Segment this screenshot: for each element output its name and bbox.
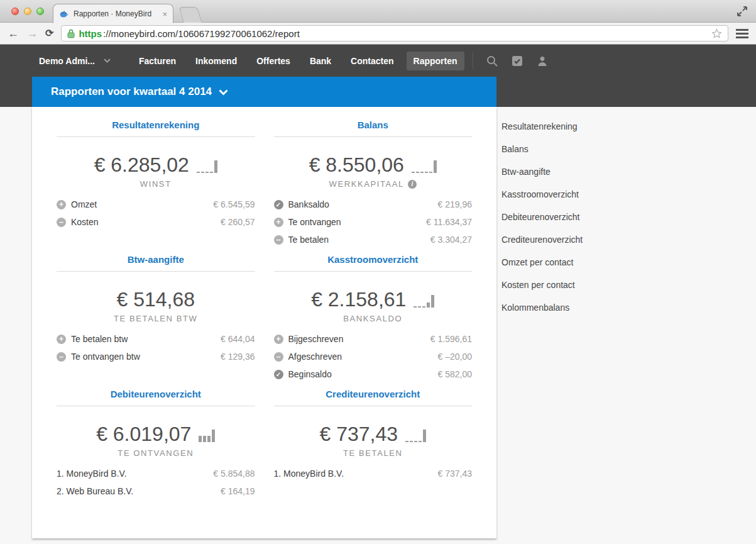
row-label: Te ontvangen: [288, 217, 341, 227]
row-label: Omzet: [71, 199, 97, 209]
sidebar-item-crediteurenoverzicht[interactable]: Crediteurenoverzicht: [501, 228, 583, 251]
report-kasstroomoverzicht: Kasstroomoverzicht € 2.158,61 BANKSALDO …: [274, 254, 473, 389]
row-label: Te betalen btw: [71, 334, 128, 344]
row-label: Kosten: [71, 217, 99, 227]
plus-icon: +: [57, 335, 66, 344]
chrome-menu-icon[interactable]: [736, 29, 748, 38]
tab-close-icon[interactable]: ×: [162, 10, 167, 18]
nav-item-inkomend[interactable]: Inkomend: [189, 52, 244, 70]
report-amount: € 6.285,02: [94, 155, 189, 175]
sidebar-item-kosten-per-contact[interactable]: Kosten per contact: [501, 274, 583, 296]
report-title-link[interactable]: Kasstroomoverzicht: [327, 254, 418, 265]
report-title-link[interactable]: Debiteurenoverzicht: [111, 389, 201, 399]
row-value: € 11.634,37: [426, 217, 472, 227]
nav-item-facturen[interactable]: Facturen: [132, 52, 183, 70]
plus-icon: +: [57, 200, 66, 209]
chevron-down-icon: [104, 58, 111, 63]
reload-button[interactable]: ⟳: [45, 28, 53, 38]
report-row: – Te ontvangen btw € 129,36: [57, 348, 255, 365]
report-amount: € 737,43: [319, 424, 398, 444]
report-row: ✓ Banksaldo € 219,96: [274, 196, 473, 213]
report-title-link[interactable]: Btw-aangifte: [128, 254, 184, 265]
reports-card: Resultatenrekening € 6.285,02 WINST + Om…: [32, 107, 496, 538]
row-label: Afgeschreven: [288, 352, 342, 362]
sidebar-item-omzet-per-contact[interactable]: Omzet per contact: [501, 251, 583, 274]
plus-icon: +: [274, 335, 283, 344]
report-row: – Afgeschreven € –20,00: [274, 348, 473, 365]
nav-item-contacten[interactable]: Contacten: [344, 52, 400, 70]
report-page: Resultatenrekening € 6.285,02 WINST + Om…: [0, 107, 756, 538]
sparkline-chart-icon: [199, 430, 215, 444]
row-value: € 737,43: [438, 469, 473, 479]
row-value: € 260,57: [221, 217, 255, 227]
user-icon[interactable]: [537, 55, 548, 67]
report-amount: € 514,68: [116, 289, 195, 309]
report-resultatenrekening: Resultatenrekening € 6.285,02 WINST + Om…: [57, 119, 255, 254]
url-path: ://moneybird.com/106067199270061062/repo…: [103, 28, 300, 39]
row-value: € 5.854,88: [213, 469, 255, 479]
back-button[interactable]: ←: [8, 28, 19, 39]
nav-item-bank[interactable]: Bank: [303, 52, 338, 70]
report-caption: TE ONTVANGEN: [118, 448, 194, 458]
address-bar[interactable]: https://moneybird.com/106067199270061062…: [61, 25, 728, 42]
minus-icon: –: [274, 352, 283, 362]
new-tab-button[interactable]: [178, 7, 202, 23]
report-row: – Kosten € 260,57: [57, 213, 255, 231]
divider: [274, 136, 473, 137]
bookmark-star-icon[interactable]: [711, 28, 722, 39]
minus-icon: –: [57, 352, 66, 362]
row-value: € 219,96: [438, 199, 473, 209]
info-icon[interactable]: i: [408, 180, 417, 189]
forward-button[interactable]: →: [26, 28, 38, 39]
plus-icon: +: [274, 218, 283, 227]
sparkline-chart-icon: [412, 160, 437, 175]
row-value: € 3.304,27: [430, 235, 472, 245]
close-window-button[interactable]: [11, 8, 19, 15]
nav-item-offertes[interactable]: Offertes: [249, 52, 297, 70]
report-crediteurenoverzicht: Crediteurenoverzicht € 737,43 TE BETALEN…: [274, 389, 473, 523]
row-label: 2. Web Bureau B.V.: [57, 486, 133, 496]
app-navbar: Demo Admi... Facturen Inkomend Offertes …: [0, 45, 756, 77]
report-amount: € 8.550,06: [309, 155, 404, 175]
report-row: ✓ Beginsaldo € 582,00: [274, 365, 473, 383]
app-header: Demo Admi... Facturen Inkomend Offertes …: [0, 45, 756, 107]
fullscreen-expand-icon[interactable]: [736, 5, 748, 18]
chevron-down-icon: [219, 89, 228, 96]
sidebar-item-kasstroomoverzicht[interactable]: Kasstroomoverzicht: [501, 183, 583, 206]
sparkline-chart-icon: [405, 430, 426, 444]
divider: [57, 406, 255, 406]
row-label: Te betalen: [288, 235, 329, 245]
tasks-check-icon[interactable]: [512, 55, 523, 67]
report-row: 1. MoneyBird B.V. € 5.854,88: [57, 465, 255, 482]
sidebar-item-kolommenbalans[interactable]: Kolommenbalans: [501, 296, 583, 319]
check-icon: ✓: [274, 370, 283, 379]
report-debiteurenoverzicht: Debiteurenoverzicht € 6.019,07 TE ONTVAN…: [57, 389, 255, 523]
zoom-window-button[interactable]: [36, 8, 44, 15]
minimize-window-button[interactable]: [24, 8, 31, 15]
report-title-link[interactable]: Balans: [358, 119, 388, 130]
report-row: 2. Web Bureau B.V. € 164,19: [57, 482, 255, 500]
sidebar-item-btw-aangifte[interactable]: Btw-aangifte: [501, 160, 583, 183]
period-selector[interactable]: Rapporten voor kwartaal 4 2014: [32, 77, 496, 107]
report-title-link[interactable]: Crediteurenoverzicht: [326, 389, 420, 399]
nav-item-rapporten[interactable]: Rapporten: [407, 52, 464, 70]
row-value: € 1.596,61: [430, 334, 472, 344]
browser-urlbar: ← → ⟳ https://moneybird.com/106067199270…: [0, 23, 756, 45]
account-name: Demo Admi...: [39, 56, 95, 66]
report-row: + Omzet € 6.545,59: [57, 196, 255, 213]
search-icon[interactable]: [486, 55, 498, 67]
divider: [274, 406, 473, 406]
url-scheme: https: [79, 28, 102, 39]
report-title-link[interactable]: Resultatenrekening: [112, 119, 199, 130]
moneybird-favicon-icon: [59, 9, 69, 19]
report-caption: WINST: [140, 179, 172, 189]
account-switcher[interactable]: Demo Admi...: [39, 56, 111, 66]
browser-tab[interactable]: Rapporten · MoneyBird ×: [53, 4, 173, 23]
sidebar-item-resultatenrekening[interactable]: Resultatenrekening: [501, 115, 583, 138]
sidebar-item-balans[interactable]: Balans: [501, 138, 583, 160]
row-value: € 582,00: [438, 369, 473, 379]
report-row: + Bijgeschreven € 1.596,61: [274, 330, 473, 348]
sidebar-item-debiteurenoverzicht[interactable]: Debiteurenoverzicht: [501, 206, 583, 228]
report-caption: TE BETALEN: [343, 448, 403, 458]
sparkline-chart-icon: [197, 160, 217, 175]
